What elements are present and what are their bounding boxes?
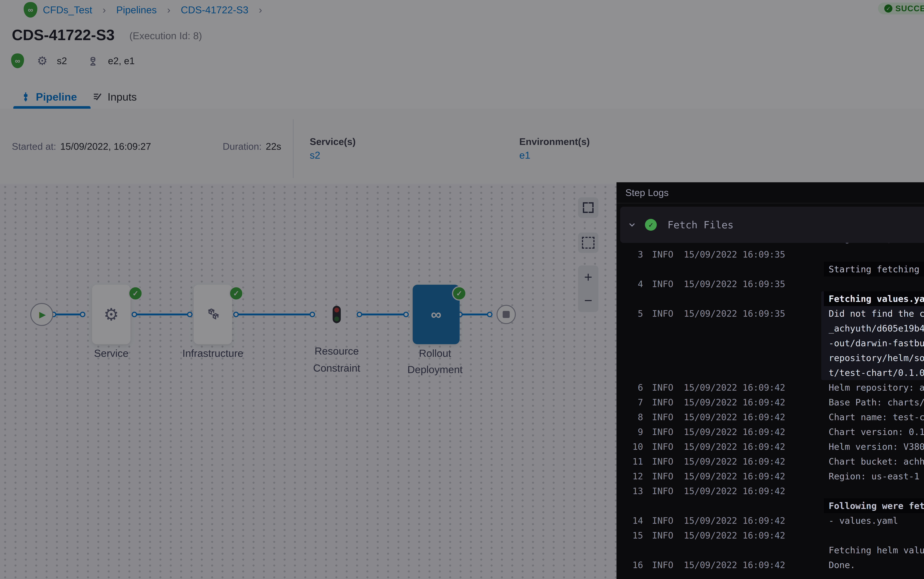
log-line-number [620,365,643,380]
log-timestamp: 15/09/2022 16:09:42 [684,454,785,469]
step-success-icon: ✓ [645,219,657,231]
log-level: INFO [652,558,673,572]
log-message: t/test-chart/0.1.0 [824,365,924,380]
log-line-number: 16 [620,558,643,572]
log-level: INFO [652,410,673,424]
log-timestamp: 15/09/2022 16:09:42 [684,513,785,528]
log-message: Did not find the chart and version in lo… [824,306,924,321]
log-level: INFO [652,528,673,543]
log-line[interactable]: -out/darwin-fastbuild/bin/260-delegate/e… [617,336,924,350]
log-line-number: 11 [620,454,643,469]
step-logs-title: Step Logs [625,187,669,198]
log-line-number: 6 [620,380,643,395]
log-message: Region: us-east-1 [824,469,924,484]
log-line[interactable]: repository/helm/source/93602db7-89f2-317… [617,350,924,365]
log-timestamp: 15/09/2022 16:09:35 [684,306,785,321]
log-line[interactable]: Fetching values.yaml from helm chart rep… [617,291,924,306]
log-line-number: 14 [620,513,643,528]
log-level: INFO [652,439,673,454]
log-timestamp: 15/09/2022 16:09:42 [684,528,785,543]
log-timestamp: 15/09/2022 16:09:42 [684,410,785,424]
log-message: _achyuth/d605e19b46448ceaacb01fb4c19633a… [824,321,924,336]
log-message: repository/helm/source/93602db7-89f2-317… [824,350,924,365]
log-line-number: 15 [620,528,643,543]
log-line[interactable]: 15 INFO 15/09/2022 16:09:42 [617,528,924,543]
log-line[interactable]: 10 INFO 15/09/2022 16:09:42 Helm version… [617,439,924,454]
step-logs-header: Step Logs [617,182,924,203]
log-message: Helm repository: aws-qa-setup-modified [824,380,924,395]
log-level: INFO [652,276,673,291]
log-line[interactable]: Following were fetched successfully : [617,499,924,513]
log-line[interactable]: 6 INFO 15/09/2022 16:09:42 Helm reposito… [617,380,924,395]
log-line[interactable]: 9 INFO 15/09/2022 16:09:42 Chart version… [617,424,924,439]
log-timestamp: 15/09/2022 16:09:42 [684,395,785,410]
log-line[interactable]: _achyuth/d605e19b46448ceaacb01fb4c19633a… [617,321,924,336]
log-message: Following were fetched successfully : [824,499,924,513]
log-level: INFO [652,469,673,484]
log-line[interactable]: 4 INFO 15/09/2022 16:09:35 [617,276,924,291]
log-timestamp: 15/09/2022 16:09:42 [684,439,785,454]
log-line-number [620,350,643,365]
log-line[interactable]: 16 INFO 15/09/2022 16:09:42 Done. [617,558,924,572]
log-line[interactable]: 5 INFO 15/09/2022 16:09:35 Did not find … [617,306,924,321]
chevron-down-icon [627,220,637,230]
log-line-number: 3 [620,247,643,262]
log-line[interactable]: 7 INFO 15/09/2022 16:09:42 Base Path: ch… [617,395,924,410]
log-timestamp: 15/09/2022 16:09:35 [684,276,785,291]
log-line-number [620,291,643,306]
log-timestamp: 15/09/2022 16:09:35 [684,247,785,262]
log-line-number: 9 [620,424,643,439]
step-logs-panel: Step Logs Console View in go/info } ✓ Fe… [617,182,924,579]
log-message: Helm version: V380 [824,439,924,454]
log-line-number: 13 [620,484,643,499]
log-timestamp: 15/09/2022 16:09:42 [684,469,785,484]
log-rows: 3 INFO 15/09/2022 16:09:35 Starting fetc… [617,247,924,572]
log-message: Fetching values.yaml from helm chart rep… [824,291,924,306]
log-level: INFO [652,424,673,439]
log-level: INFO [652,306,673,321]
log-line-number: 8 [620,410,643,424]
log-line[interactable]: 13 INFO 15/09/2022 16:09:42 [617,484,924,499]
log-timestamp: 15/09/2022 16:09:42 [684,484,785,499]
log-line-number: 4 [620,276,643,291]
log-message: Starting fetching Helm values [824,262,924,276]
log-message: Base Path: charts/ [824,395,924,410]
log-line-number [620,336,643,350]
log-line[interactable]: 3 INFO 15/09/2022 16:09:35 [617,247,924,262]
log-level: INFO [652,380,673,395]
log-level: INFO [652,484,673,499]
log-message: Chart bucket: achhelmbucket [824,454,924,469]
log-message: -out/darwin-fastbuild/bin/260-delegate/e… [824,336,924,350]
page: ∞ CFDs_Test › Pipelines › CDS-41722-S3 ›… [0,0,924,579]
log-message: Chart name: test-chart [824,410,924,424]
log-message: Fetching helm values completed successfu… [824,543,924,558]
log-timestamp: 15/09/2022 16:09:42 [684,558,785,572]
log-line-number [620,543,643,558]
log-timestamp: 15/09/2022 16:09:42 [684,380,785,395]
log-line-number: 7 [620,395,643,410]
log-line-number: 10 [620,439,643,454]
log-timestamp: 15/09/2022 16:09:42 [684,424,785,439]
log-line[interactable]: 8 INFO 15/09/2022 16:09:42 Chart name: t… [617,410,924,424]
log-step-section-header[interactable]: ✓ Fetch Files 9s [620,207,924,243]
log-line-number [620,262,643,276]
log-level: INFO [652,247,673,262]
log-level: INFO [652,395,673,410]
step-name: Fetch Files [668,219,734,231]
log-line[interactable]: Starting fetching Helm values [617,262,924,276]
log-message: Done. [824,558,860,572]
log-line-number: 5 [620,306,643,321]
log-line-number: 12 [620,469,643,484]
log-level: INFO [652,513,673,528]
log-line[interactable]: 12 INFO 15/09/2022 16:09:42 Region: us-e… [617,469,924,484]
log-line-number [620,321,643,336]
log-message: Chart version: 0.1.0 [824,424,924,439]
log-message: - values.yaml [824,513,903,528]
log-line[interactable]: 14 INFO 15/09/2022 16:09:42 - values.yam… [617,513,924,528]
log-line[interactable]: 11 INFO 15/09/2022 16:09:42 Chart bucket… [617,454,924,469]
log-level: INFO [652,454,673,469]
log-line[interactable]: Fetching helm values completed successfu… [617,543,924,558]
log-line[interactable]: t/test-chart/0.1.0 [617,365,924,380]
divider [617,203,924,203]
log-line-number [620,499,643,513]
